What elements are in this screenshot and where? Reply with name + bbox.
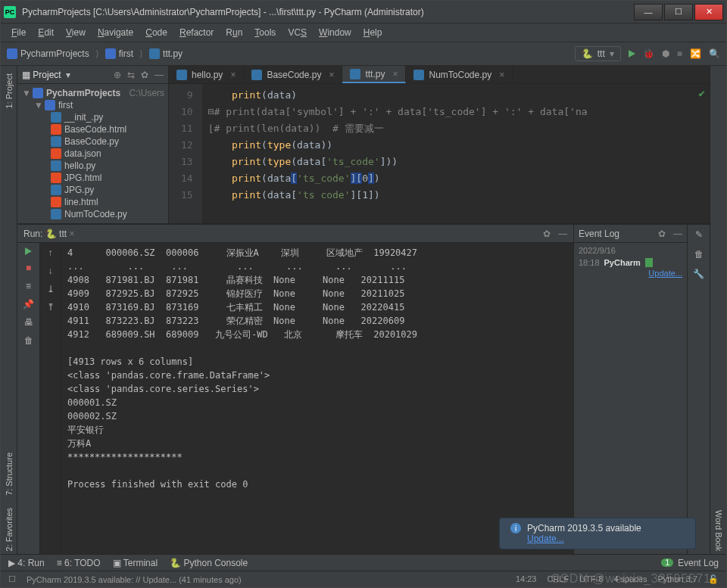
gear-icon[interactable]: ✿ <box>658 229 666 239</box>
tab-numtocode[interactable]: NumToCode.py× <box>406 66 513 83</box>
menu-run[interactable]: Run <box>221 26 247 39</box>
terminal-tool-button[interactable]: ▣ Terminal <box>113 558 158 568</box>
rerun-button[interactable] <box>25 247 32 255</box>
close-icon[interactable]: × <box>392 69 398 79</box>
editor-tabs: hello.py× BaseCode.py× ttt.py× NumToCode… <box>169 66 710 84</box>
run-with-coverage-button[interactable]: ⬢ <box>662 48 669 59</box>
menu-code[interactable]: Code <box>141 26 172 39</box>
close-button[interactable]: ✕ <box>694 4 723 20</box>
source[interactable]: print(data) ⊟# print(data['symbol'] + ':… <box>202 84 710 223</box>
run-configuration-selector[interactable]: 🐍 ttt ▾ <box>575 46 621 61</box>
down-icon[interactable]: ↓ <box>48 266 53 276</box>
pin-icon[interactable]: 📌 <box>23 299 34 310</box>
bottom-tool-buttons: ▶ 4: Run ≡ 6: TODO ▣ Terminal 🐍 Python C… <box>1 554 726 571</box>
menu-navigate[interactable]: Navigate <box>93 26 138 39</box>
menu-tools[interactable]: Tools <box>250 26 280 39</box>
trash-icon[interactable]: 🗑 <box>24 335 33 346</box>
search-everywhere-button[interactable]: 🔀 <box>690 48 701 59</box>
hide-toolwindows-icon[interactable]: ☐ <box>8 574 16 584</box>
mark-read-icon[interactable]: ✎ <box>695 229 703 240</box>
tree-file[interactable]: line.html <box>64 197 98 207</box>
tree-file[interactable]: hello.py <box>64 160 95 171</box>
menu-help[interactable]: Help <box>359 26 387 39</box>
tree-file[interactable]: BaseCode.py <box>64 136 119 147</box>
menu-file[interactable]: File <box>7 26 30 39</box>
right-tool-strip: Word Book <box>710 66 726 554</box>
notification-toast[interactable]: iPyCharm 2019.3.5 available Update... <box>499 518 696 549</box>
run-tab[interactable]: ttt <box>59 229 67 239</box>
select-opened-file-icon[interactable]: ⊕ <box>114 70 121 80</box>
menu-vcs[interactable]: VCS <box>283 26 311 39</box>
toast-title: PyCharm 2019.3.5 available <box>527 523 641 534</box>
crumb-file[interactable]: ttt.py <box>163 48 183 59</box>
python-console-tool-button[interactable]: 🐍 Python Console <box>170 558 248 568</box>
scroll-to-top-icon[interactable]: ⤒ <box>47 302 55 313</box>
menu-edit[interactable]: Edit <box>33 26 58 39</box>
maximize-button[interactable]: ☐ <box>664 4 693 20</box>
gear-icon[interactable]: ✿ <box>141 70 148 80</box>
event-log-date: 2022/9/16 <box>579 246 682 255</box>
search-icon[interactable]: 🔍 <box>709 48 720 59</box>
gear-icon[interactable]: ✿ <box>543 229 551 239</box>
minimize-button[interactable]: — <box>634 4 663 20</box>
console-output[interactable]: 4 000006.SZ 000006 深振业A 深圳 区域地产 19920427… <box>61 243 573 554</box>
print-icon[interactable]: 🖶 <box>24 317 33 328</box>
run-side-toolbar-2: ↑ ↓ ⤓ ⤒ <box>40 243 61 554</box>
hide-panel-icon[interactable]: — <box>673 229 682 239</box>
toggle-softwrap-icon[interactable]: ≡ <box>26 281 31 291</box>
toast-update-link[interactable]: Update... <box>527 534 564 544</box>
tree-file[interactable]: JPG.py <box>64 185 94 195</box>
breadcrumb[interactable]: PycharmProjects ⟩ first ⟩ ttt.py <box>7 48 183 59</box>
project-tree[interactable]: ▼PycharmProjects C:\Users ▼first __init_… <box>17 84 168 223</box>
status-caret-position[interactable]: 14:23 <box>516 574 537 584</box>
hide-panel-icon[interactable]: — <box>558 229 567 239</box>
tree-file[interactable]: __init_.py <box>64 112 103 123</box>
close-icon[interactable]: × <box>230 70 236 80</box>
event-log-tool-button[interactable]: Event Log <box>678 558 719 568</box>
tab-ttt[interactable]: ttt.py× <box>342 66 406 83</box>
debug-button[interactable]: 🐞 <box>643 48 654 59</box>
tab-hello[interactable]: hello.py× <box>169 66 244 83</box>
todo-tool-button[interactable]: ≡ 6: TODO <box>57 558 101 568</box>
tree-folder[interactable]: first <box>58 100 73 110</box>
tool-structure[interactable]: 7: Structure <box>5 450 14 499</box>
trash-icon[interactable]: 🗑 <box>694 249 704 260</box>
up-icon[interactable]: ↑ <box>48 247 53 258</box>
menu-view[interactable]: View <box>61 26 90 39</box>
tree-file[interactable]: JPG.html <box>64 173 101 183</box>
collapse-all-icon[interactable]: ⇆ <box>127 70 135 80</box>
close-icon[interactable]: × <box>329 70 334 80</box>
run-tool-button[interactable]: ▶ 4: Run <box>8 558 45 568</box>
tool-project[interactable]: 1: Project <box>5 70 14 111</box>
crumb-folder[interactable]: first <box>119 48 133 59</box>
folder-icon <box>7 48 17 59</box>
close-icon[interactable]: × <box>69 229 74 239</box>
status-indent[interactable]: 4 spaces <box>613 574 647 584</box>
stop-button[interactable]: ■ <box>677 48 682 59</box>
tool-wordbook[interactable]: Word Book <box>714 507 723 554</box>
menu-window[interactable]: Window <box>314 26 356 39</box>
tree-file[interactable]: data.json <box>64 148 101 159</box>
lock-icon[interactable]: 🔓 <box>708 574 719 584</box>
tree-file[interactable]: BaseCode.html <box>64 124 126 135</box>
inspection-ok-icon: ✔ <box>699 87 705 99</box>
status-message[interactable]: PyCharm 2019.3.5 available: // Update...… <box>27 575 242 584</box>
event-log-toolbar: ✎ 🗑 🔧 <box>687 225 710 554</box>
crumb-root[interactable]: PycharmProjects <box>20 48 89 59</box>
tree-root[interactable]: PycharmProjects <box>46 88 120 98</box>
hide-panel-icon[interactable]: — <box>154 70 164 80</box>
menu-refactor[interactable]: Refactor <box>175 26 218 39</box>
scroll-to-end-icon[interactable]: ⤓ <box>47 284 55 294</box>
tab-basecode[interactable]: BaseCode.py× <box>244 66 342 83</box>
event-log-update-link[interactable]: Update... <box>648 269 682 278</box>
tool-favorites[interactable]: 2: Favorites <box>5 505 14 554</box>
run-button[interactable] <box>629 50 635 58</box>
status-encoding[interactable]: UTF-8 <box>579 574 603 584</box>
status-interpreter[interactable]: Python 3.7 <box>657 574 697 584</box>
code-area[interactable]: ✔ 9101112131415 print(data) ⊟# print(dat… <box>169 84 710 223</box>
wrench-icon[interactable]: 🔧 <box>693 269 704 279</box>
close-icon[interactable]: × <box>499 70 504 80</box>
status-line-separator[interactable]: CRLF <box>547 574 569 584</box>
tree-file[interactable]: NumToCode.py <box>64 209 127 219</box>
stop-button[interactable]: ■ <box>26 263 31 273</box>
